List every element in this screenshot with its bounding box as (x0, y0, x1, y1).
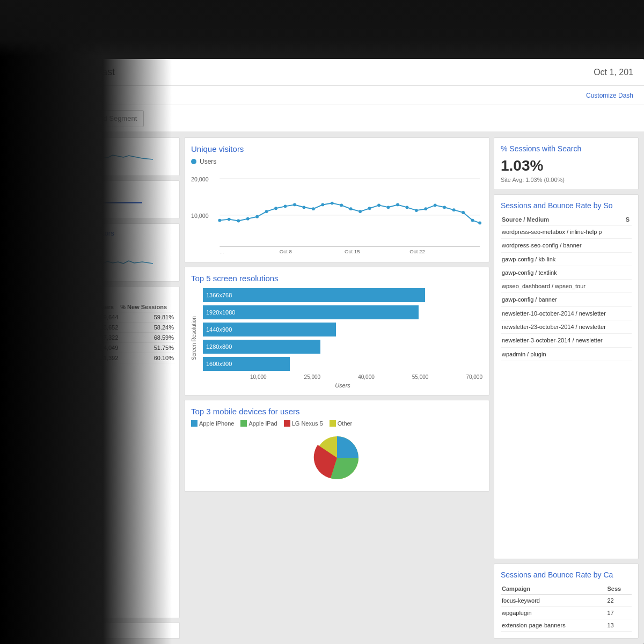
dark-overlay-top (0, 0, 644, 56)
legend-item: Apple iPhone (191, 420, 234, 427)
bar-label: 1366x768 (203, 288, 250, 302)
country-origin-title: ry Origin (67, 291, 175, 299)
source-cell: wpseo_dashboard / wpseo_tour (501, 280, 625, 293)
bar-x-axis-title: Users (203, 382, 482, 389)
bar-label: 1600x900 (203, 357, 250, 371)
legend-label: LG Nexus 5 (292, 420, 323, 427)
campaign-name-cell: extension-page-banners (501, 619, 606, 632)
list-item: newsletter-23-october-2014 / newsletter (501, 320, 632, 334)
mini-chart-2 (68, 186, 174, 213)
bar-row: 1280x800 (203, 340, 482, 354)
new-sessions-cell: 59.81% (119, 312, 175, 323)
svg-point-7 (237, 219, 240, 223)
mini-line-chart-1 (89, 149, 153, 165)
source-table: Source / Medium S wordpress-seo-metabox … (501, 214, 632, 361)
customize-dashboard-link[interactable]: Customize Dash (586, 92, 633, 99)
table-row: Kingdom 23,652 58.24% (67, 323, 175, 333)
segment-bar: + Add Segment (56, 105, 644, 132)
svg-point-13 (293, 203, 296, 207)
list-item: wpseo_dashboard / wpseo_tour (501, 280, 632, 293)
campaign-name-cell: focus-keyword (501, 595, 606, 607)
list-item: wordpress-seo-config / banner (501, 239, 632, 252)
new-sessions-cell: 51.75% (119, 343, 175, 353)
list-item: wpadmin / plugin (501, 347, 632, 361)
campaign-name-cell: wpgaplugin (501, 607, 606, 619)
list-item: newsletter-10-october-2014 / newsletter (501, 306, 632, 320)
legend-label: Other (338, 420, 353, 427)
svg-point-24 (396, 203, 399, 207)
add-segment-label: + Add Segment (89, 114, 137, 122)
list-item: gawp-config / banner (501, 293, 632, 306)
svg-point-8 (246, 217, 250, 221)
list-item: wpgaplugin 17 (501, 607, 632, 619)
source-value-cell (625, 280, 632, 293)
mobile-mini-chart (68, 249, 174, 276)
line-chart-svg: 20,000 10,000 (191, 170, 482, 255)
source-value-cell (625, 225, 632, 239)
source-cell: gawp-config / banner (501, 293, 625, 306)
new-sessions-cell: 60.10% (119, 353, 175, 363)
campaign-sessions-cell: 17 (606, 607, 632, 619)
export-button[interactable]: port ▾ (67, 92, 83, 99)
bar-row: 1920x1080 (203, 305, 482, 319)
bar-fill (250, 305, 419, 319)
pie-chart-svg (310, 431, 364, 485)
legend-item: LG Nexus 5 (284, 420, 323, 427)
territory-cell (67, 353, 96, 363)
bounce-rate-widget: ounce Rate (62, 623, 180, 639)
mobile-devices-legend: Apple iPhoneApple iPadLG Nexus 5Other (191, 420, 482, 427)
bar-fill (250, 323, 336, 336)
mobile-devices-card: Top 3 mobile devices for users Apple iPh… (184, 400, 489, 492)
svg-point-18 (340, 204, 343, 207)
svg-point-28 (434, 204, 437, 207)
bar-rows-container: 1366x768 1920x1080 1440x900 1280x800 160… (203, 288, 482, 371)
mobile-line-chart (89, 254, 153, 270)
header-date: Oct 1, 201 (594, 68, 633, 77)
list-item: gawp-config / kb-link (501, 252, 632, 266)
sessions-bounce-title: Sessions and Bounce Rate by So (501, 201, 632, 210)
unique-visitors-card: Unique visitors Users 20,000 10,000 (184, 137, 489, 262)
page-title: rd by Yoast (67, 67, 115, 78)
list-item: focus-keyword 22 (501, 595, 632, 607)
svg-point-21 (368, 207, 371, 210)
legend-item: Other (330, 420, 353, 427)
legend-label: Apple iPad (248, 420, 277, 427)
main-content: e/tablet visitors (x,992) ry Origin Terr… (56, 132, 644, 644)
sub-header-left: port ▾ views (67, 92, 103, 99)
svg-point-15 (312, 207, 315, 210)
sessions-search-card: % Sessions with Search 1.03% Site Avg: 1… (494, 137, 639, 190)
country-origin-widget: ry Origin Territory Users % New Sessions… (62, 286, 180, 618)
svg-point-14 (303, 206, 306, 209)
source-value-cell (625, 347, 632, 361)
source-value-cell (625, 252, 632, 266)
middle-column: Unique visitors Users 20,000 10,000 (184, 137, 489, 639)
new-sessions-cell: 58.24% (119, 323, 175, 333)
users-cell: 11,392 (96, 353, 119, 363)
bar-row: 1366x768 (203, 288, 482, 302)
users-cell: 23,652 (96, 323, 119, 333)
bar-fill (250, 288, 425, 302)
mobile-tablet-title: e/tablet visitors (68, 229, 174, 237)
territory-cell: States (67, 312, 96, 323)
sub-header: port ▾ views Customize Dash (56, 86, 644, 105)
users-cell: 79,644 (96, 312, 119, 323)
svg-point-6 (228, 218, 231, 221)
territory-cell: nds (67, 343, 96, 353)
source-value-cell (625, 306, 632, 320)
table-row: 17,322 68.59% (67, 333, 175, 343)
campaign-sessions-cell: 13 (606, 619, 632, 632)
sessions-search-value: 1.03% (501, 157, 632, 174)
screen-resolutions-card: Top 5 screen resolutions Screen Resoluti… (184, 267, 489, 396)
source-cell: gawp-config / kb-link (501, 252, 625, 266)
table-row: 11,392 60.10% (67, 353, 175, 363)
svg-point-10 (265, 210, 268, 213)
mini-chart-card-1 (62, 137, 180, 176)
legend-color-box (240, 420, 247, 427)
svg-text:10,000: 10,000 (191, 213, 209, 219)
add-segment-button[interactable]: + Add Segment (67, 110, 144, 127)
new-sessions-cell: 68.59% (119, 333, 175, 343)
users-cell: 17,322 (96, 333, 119, 343)
line-chart-container: 20,000 10,000 (191, 170, 482, 255)
legend-label: Apple iPhone (199, 420, 234, 427)
left-column: e/tablet visitors (x,992) ry Origin Terr… (62, 137, 180, 639)
